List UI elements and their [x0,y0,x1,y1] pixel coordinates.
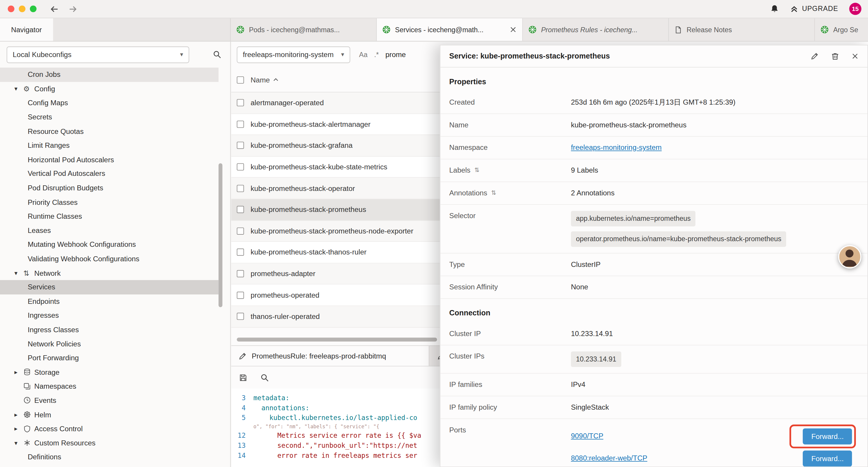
chevron-right-icon[interactable]: ▸ [14,425,23,432]
row-checkbox[interactable] [237,185,244,192]
tab-release-notes[interactable]: Release Notes [669,18,815,41]
detail-link[interactable]: freeleaps-monitoring-system [571,143,662,152]
sidebar-item-access-control[interactable]: ▸Access Control [0,422,219,436]
code-text: second.","runbook_url":"https://net [253,440,417,450]
sidebar-scrollbar[interactable] [219,163,222,307]
row-checkbox[interactable] [237,270,244,277]
row-checkbox[interactable] [237,249,244,256]
namespace-filter[interactable]: freeleaps-monitoring-system ▾ [237,46,350,63]
user-avatar[interactable] [838,245,862,269]
sidebar-item-config[interactable]: ▾⚙Config [0,82,219,96]
sidebar-item-resource-quotas[interactable]: Resource Quotas [0,124,219,138]
tab-argo-se[interactable]: Argo Se [815,18,868,41]
close-window-button[interactable] [8,6,14,12]
sidebar-item-secrets[interactable]: Secrets [0,110,219,124]
sidebar-item-priority-classes[interactable]: Priority Classes [0,195,219,209]
detail-value: 9090/TCPForward...8080:reloader-web/TCPF… [571,425,859,467]
sidebar-item-leases[interactable]: Leases [0,224,219,238]
sidebar-item-validating-webhook-configurations[interactable]: Validating Webhook Configurations [0,252,219,266]
sidebar-item-endpoints[interactable]: Endpoints [0,294,219,308]
sidebar-item-network-policies[interactable]: Network Policies [0,337,219,351]
forward-button[interactable]: Forward... [803,450,852,466]
edit-icon[interactable] [810,52,819,60]
tab-services-icecheng-math[interactable]: Services - icecheng@math... [377,18,523,41]
sidebar-item-cron-jobs[interactable]: Cron Jobs [0,67,219,82]
sidebar-item-ingress-classes[interactable]: Ingress Classes [0,322,219,337]
sidebar-item-horizontal-pod-autoscalers[interactable]: Horizontal Pod Autoscalers [0,152,219,167]
search-box[interactable]: Aa .* prome [359,50,406,59]
sidebar-item-ingresses[interactable]: Ingresses [0,308,219,322]
sidebar-item-runtime-classes[interactable]: Runtime Classes [0,209,219,224]
sidebar-item-config-maps[interactable]: Config Maps [0,96,219,110]
editor-search-icon[interactable] [260,373,269,382]
forward-button[interactable]: Forward... [803,428,852,444]
chevron-down-icon[interactable]: ▾ [14,85,23,92]
dock-tab-prometheusrule[interactable]: PrometheusRule: freeleaps-prod-rabbitmq [231,346,429,366]
upgrade-button[interactable]: UPGRADE [790,5,838,13]
shield-icon [23,425,34,432]
sidebar-item-limit-ranges[interactable]: Limit Ranges [0,138,219,152]
search-input[interactable]: prome [385,50,406,59]
chevron-right-icon[interactable]: ▸ [14,369,23,376]
sidebar-item-label: Services [28,283,55,291]
regex-toggle[interactable]: .* [374,51,379,58]
back-icon[interactable] [50,5,59,13]
sidebar-item-events[interactable]: Events [0,393,219,408]
minimize-window-button[interactable] [19,6,25,12]
sidebar-item-port-forwarding[interactable]: Port Forwarding [0,351,219,365]
row-checkbox[interactable] [237,142,244,149]
chevron-down-icon[interactable]: ▾ [14,269,23,276]
traffic-lights [8,6,36,12]
port-row: 9090/TCPForward... [571,425,859,447]
navigator-tab[interactable]: Navigator [0,18,53,41]
tab-pods-icecheng-mathmas[interactable]: Pods - icecheng@mathmas... [231,18,377,41]
sidebar-item-services[interactable]: Services [0,280,219,294]
row-checkbox[interactable] [237,313,244,320]
row-checkbox[interactable] [237,227,244,234]
sidebar-item-namespaces[interactable]: Namespaces [0,379,219,393]
row-checkbox[interactable] [237,99,244,107]
code-segment [253,442,277,449]
kubeconfig-selector[interactable]: Local Kubeconfigs ▾ [6,46,189,63]
sidebar-search-icon[interactable] [213,50,221,59]
chevron-right-icon[interactable]: ▸ [14,411,23,418]
trash-icon[interactable] [831,52,839,60]
sidebar-item-definitions[interactable]: Definitions [0,450,219,464]
close-icon[interactable] [851,53,859,60]
sidebar-item-storage[interactable]: ▸Storage [0,365,219,379]
sidebar-toolbar: Local Kubeconfigs ▾ [0,41,230,67]
sidebar-item-custom-resources[interactable]: ▾Custom Resources [0,436,219,450]
sidebar-item-helm[interactable]: ▸Helm [0,408,219,422]
notifications-bell-icon[interactable] [770,4,779,13]
tab-close-icon[interactable] [509,26,517,33]
sidebar-item-vertical-pod-autoscalers[interactable]: Vertical Pod Autoscalers [0,167,219,181]
sort-toggle-icon[interactable]: ⇅ [474,167,479,174]
row-checkbox[interactable] [237,291,244,298]
row-checkbox[interactable] [237,121,244,128]
save-icon[interactable] [239,373,247,382]
line-number: 3 [231,393,253,403]
horizontal-scrollbar-thumb[interactable] [237,338,437,341]
tab-prometheus-rules-icecheng[interactable]: Prometheus Rules - icecheng... [523,18,669,41]
port-link[interactable]: 9090/TCP [571,431,603,441]
maximize-window-button[interactable] [30,6,36,12]
line-number: 4 [231,403,253,413]
sort-toggle-icon[interactable]: ⇅ [491,189,496,196]
code-segment [253,451,277,459]
sidebar-item-network[interactable]: ▾⇅Network [0,266,219,280]
match-case-toggle[interactable]: Aa [359,51,368,58]
notification-count-badge[interactable]: 15 [849,3,861,15]
sidebar-item-label: Custom Resources [34,439,95,447]
select-all-checkbox[interactable] [237,76,244,83]
sidebar-item-pod-disruption-budgets[interactable]: Pod Disruption Budgets [0,181,219,195]
port-link[interactable]: 8080:reloader-web/TCP [571,454,647,463]
forward-icon[interactable] [68,5,78,13]
sidebar-item-label: Secrets [28,113,52,121]
chevron-down-icon[interactable]: ▾ [14,439,23,446]
navigator-sidebar: Local Kubeconfigs ▾ Cron Jobs▾⚙ConfigCon… [0,41,231,467]
row-checkbox[interactable] [237,206,244,213]
sidebar-item-mutating-webhook-configurations[interactable]: Mutating Webhook Configurations [0,238,219,252]
detail-row-created: Created253d 16h 6m ago (2025年1月13日 GMT+8… [440,91,868,114]
name-column-header[interactable]: Name [251,76,278,84]
row-checkbox[interactable] [237,164,244,171]
